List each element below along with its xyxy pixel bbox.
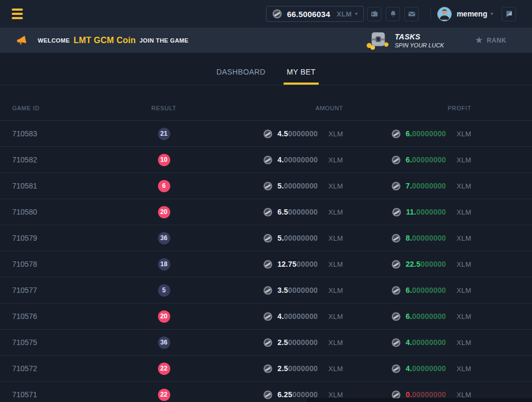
result-cell: 18 bbox=[158, 258, 170, 270]
xlm-coin-icon bbox=[263, 129, 272, 138]
amount-cell: 6.50000000XLM bbox=[232, 208, 343, 217]
user-avatar[interactable] bbox=[437, 7, 452, 21]
amount-cell: 12.7500000XLM bbox=[232, 260, 343, 269]
table-row[interactable]: 710575362.50000000XLM4.00000000XLM bbox=[0, 330, 532, 356]
profit-unit: XLM bbox=[456, 286, 471, 294]
tab-my-bet[interactable]: MY BET bbox=[284, 68, 319, 85]
table-row[interactable]: 710580206.50000000XLM11.0000000XLM bbox=[0, 199, 532, 225]
balance-selector[interactable]: 66.5006034 XLM ▾ bbox=[266, 6, 364, 22]
table-row[interactable]: 71057753.50000000XLM6.00000000XLM bbox=[0, 277, 532, 303]
amount-cell: 2.50000000XLM bbox=[232, 364, 343, 373]
table-row[interactable]: 7105781812.7500000XLM22.5000000XLM bbox=[0, 251, 532, 277]
hamburger-menu-icon[interactable] bbox=[12, 9, 23, 20]
xlm-coin-icon bbox=[392, 182, 401, 191]
game-id: 710579 bbox=[0, 234, 96, 242]
profit-cell: 6.00000000XLM bbox=[343, 155, 471, 165]
profit-cell: 6.00000000XLM bbox=[343, 286, 471, 295]
amount-cell: 2.50000000XLM bbox=[232, 338, 343, 347]
amount-unit: XLM bbox=[328, 339, 343, 347]
game-id: 710575 bbox=[0, 338, 96, 347]
amount-value: 2.50000000 bbox=[277, 338, 318, 347]
amount-cell: 4.00000000XLM bbox=[232, 155, 343, 165]
announcement-bar: WELCOME LMT GCM Coin JOIN THE GAME TASKS… bbox=[0, 28, 532, 53]
profit-cell: 11.0000000XLM bbox=[343, 208, 471, 217]
amount-cell: 4.50000000XLM bbox=[232, 129, 343, 138]
result-badge: 22 bbox=[158, 389, 170, 401]
join-label: JOIN THE GAME bbox=[139, 37, 188, 44]
top-bar: 66.5006034 XLM ▾ memeng ▾ bbox=[0, 0, 532, 28]
user-chevron-down-icon[interactable]: ▾ bbox=[491, 11, 493, 17]
amount-value: 6.50000000 bbox=[277, 208, 318, 216]
amount-cell: 3.50000000XLM bbox=[232, 286, 343, 295]
result-cell: 6 bbox=[158, 180, 170, 192]
profit-unit: XLM bbox=[456, 339, 471, 347]
profit-cell: 7.00000000XLM bbox=[343, 182, 471, 191]
col-header-amount: AMOUNT bbox=[315, 105, 343, 111]
profit-unit: XLM bbox=[456, 313, 471, 321]
result-badge: 20 bbox=[158, 310, 170, 323]
xlm-coin-icon bbox=[392, 129, 401, 138]
amount-unit: XLM bbox=[328, 130, 343, 138]
table-row[interactable]: 710576204.00000000XLM6.00000000XLM bbox=[0, 303, 532, 330]
username[interactable]: memeng bbox=[456, 10, 487, 18]
xlm-coin-icon bbox=[263, 312, 272, 321]
tasks-button[interactable]: TASKS SPIN YOUR LUCK bbox=[366, 31, 444, 50]
profit-cell: 4.00000000XLM bbox=[343, 338, 471, 347]
amount-value: 5.00000000 bbox=[277, 182, 318, 190]
amount-value: 4.00000000 bbox=[277, 312, 318, 321]
xlm-coin-icon bbox=[263, 390, 272, 399]
col-header-profit: PROFIT bbox=[447, 105, 471, 111]
welcome-label: WELCOME bbox=[38, 37, 70, 44]
table-row[interactable]: 710582104.00000000XLM6.00000000XLM bbox=[0, 147, 532, 173]
table-row[interactable]: 71058165.00000000XLM7.00000000XLM bbox=[0, 173, 532, 199]
messages-button[interactable] bbox=[404, 7, 419, 21]
topbar-divider bbox=[430, 8, 431, 20]
profit-value: 11.0000000 bbox=[406, 208, 446, 216]
tabs: DASHBOARDMY BET bbox=[0, 53, 532, 85]
wallet-button[interactable] bbox=[367, 7, 381, 21]
xlm-coin-icon bbox=[392, 260, 401, 269]
amount-value: 6.25000000 bbox=[277, 390, 318, 399]
result-cell: 36 bbox=[158, 337, 170, 349]
table-row[interactable]: 710572222.50000000XLM4.00000000XLM bbox=[0, 356, 532, 382]
amount-cell: 5.00000000XLM bbox=[232, 234, 343, 243]
chat-toggle-button[interactable] bbox=[502, 7, 516, 21]
table-row[interactable]: 710579365.00000000XLM8.00000000XLM bbox=[0, 225, 532, 251]
table-row[interactable]: 710583214.50000000XLM6.00000000XLM bbox=[0, 121, 532, 147]
profit-unit: XLM bbox=[456, 208, 471, 216]
notifications-button[interactable] bbox=[386, 7, 400, 21]
game-id: 710571 bbox=[0, 390, 96, 399]
amount-value: 12.7500000 bbox=[277, 260, 318, 268]
profit-unit: XLM bbox=[456, 182, 471, 190]
xlm-coin-icon bbox=[263, 338, 272, 347]
amount-unit: XLM bbox=[328, 365, 343, 373]
result-badge: 36 bbox=[158, 337, 170, 349]
xlm-coin-icon bbox=[263, 364, 272, 373]
result-badge: 10 bbox=[158, 154, 170, 166]
result-cell: 36 bbox=[158, 232, 170, 244]
amount-unit: XLM bbox=[328, 156, 343, 164]
game-id: 710580 bbox=[0, 208, 96, 216]
rank-button[interactable]: ★ RANK bbox=[475, 36, 506, 45]
xlm-coin-icon bbox=[263, 182, 272, 191]
profit-unit: XLM bbox=[456, 391, 471, 399]
amount-value: 4.50000000 bbox=[277, 129, 318, 138]
tab-dashboard[interactable]: DASHBOARD bbox=[213, 68, 269, 85]
result-cell: 22 bbox=[158, 389, 170, 401]
game-id: 710572 bbox=[0, 364, 96, 373]
profit-cell: 0.00000000XLM bbox=[343, 390, 471, 399]
amount-unit: XLM bbox=[328, 391, 343, 399]
profit-unit: XLM bbox=[456, 260, 471, 268]
col-header-result: RESULT bbox=[152, 105, 177, 111]
game-id: 710581 bbox=[0, 182, 96, 190]
profit-cell: 8.00000000XLM bbox=[343, 234, 471, 243]
profit-unit: XLM bbox=[456, 156, 471, 164]
profit-cell: 6.00000000XLM bbox=[343, 129, 471, 138]
rank-label: RANK bbox=[487, 37, 506, 44]
xlm-coin-icon bbox=[392, 312, 401, 321]
profit-value: 6.00000000 bbox=[405, 312, 446, 321]
result-badge: 21 bbox=[158, 128, 170, 140]
xlm-coin-icon bbox=[392, 208, 401, 217]
star-icon: ★ bbox=[475, 36, 483, 45]
result-cell: 22 bbox=[158, 363, 170, 375]
